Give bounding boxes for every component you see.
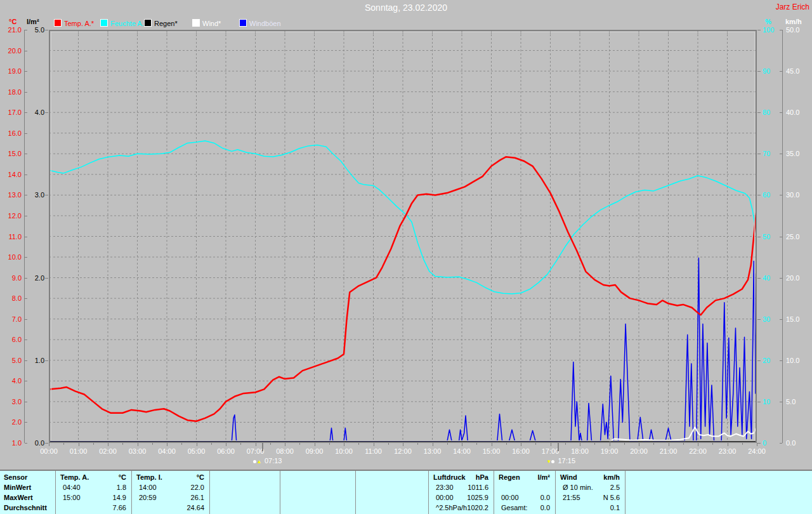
tick-mark [558, 443, 559, 451]
tick-mark [93, 443, 94, 445]
tick-mark [25, 154, 27, 154]
tick-mark [45, 443, 48, 444]
tick-mark [521, 443, 521, 446]
tick-mark [757, 443, 761, 444]
stats-cell-value: 1011.6 [428, 483, 488, 492]
tick-mark [25, 319, 27, 320]
tick-mark [780, 195, 782, 195]
wind-axis-unit: km/h [785, 18, 802, 25]
wind-tick-label: 10.0 [786, 357, 805, 364]
series-windb-en [49, 258, 757, 442]
sunrise-time: 07:13 [265, 457, 282, 465]
tick-mark [197, 443, 197, 446]
wind-tick-label: 45.0 [786, 67, 805, 75]
series-wind [610, 426, 757, 442]
hour-tick-label: 20:00 [626, 447, 652, 455]
tick-mark [211, 443, 212, 445]
sunrise-sun-icon [253, 460, 256, 463]
tick-mark [25, 422, 27, 423]
wind-axis-line [782, 30, 783, 443]
humidity-tick-label: 90 [763, 67, 779, 75]
tick-mark [45, 112, 48, 113]
humidity-tick-label: 30 [763, 315, 779, 323]
stats-row-label: Durchschnitt [4, 503, 47, 512]
tick-mark [492, 443, 492, 446]
rain-tick-label: 3.0 [27, 191, 44, 199]
wind-tick-label: 5.0 [786, 398, 805, 405]
tick-mark [299, 443, 300, 445]
stats-cell-value: 2.5 [555, 483, 620, 492]
wind-tick-label: 20.0 [786, 274, 805, 282]
tick-mark [653, 443, 654, 445]
legend-swatch-icon [100, 19, 108, 27]
humidity-tick-label: 60 [763, 191, 779, 199]
sunrise-marker: ▲ 07:13 [253, 454, 282, 466]
sunset-arrow-icon: ▼ [546, 459, 551, 465]
tick-mark [780, 443, 782, 444]
tick-mark [757, 319, 761, 320]
temp-tick-label: 21.0 [4, 26, 22, 34]
legend-label: Windböen [249, 20, 281, 27]
hour-tick-label: 13:00 [420, 447, 445, 455]
tick-mark [780, 360, 782, 361]
tick-mark [374, 443, 374, 446]
legend-item-2: Regen* [144, 19, 178, 27]
weather-station-window: { "header": { "title": "Sonntag, 23.02.2… [0, 0, 812, 514]
tick-mark [757, 71, 761, 72]
humidity-tick-label: 80 [763, 109, 779, 116]
stats-col-unit: l/m² [494, 473, 550, 482]
tick-mark [757, 237, 761, 237]
stats-cell-value: 7.66 [55, 503, 126, 512]
stats-cell-value: 24.64 [131, 503, 204, 512]
hour-tick-label: 24:00 [744, 447, 769, 455]
tick-mark [122, 443, 123, 445]
tick-mark [757, 195, 761, 195]
tick-mark [79, 443, 79, 446]
tick-mark [757, 278, 761, 279]
tick-mark [669, 443, 669, 446]
temp-tick-label: 20.0 [4, 47, 22, 55]
tick-mark [226, 443, 226, 446]
rain-axis-unit: l/m² [27, 18, 39, 25]
tick-mark [780, 30, 782, 30]
stats-cell-value: 0.0 [494, 493, 550, 502]
table-divider [625, 471, 625, 514]
hour-tick-label: 12:00 [390, 447, 416, 455]
tick-mark [712, 443, 713, 445]
temp-tick-label: 2.0 [4, 418, 22, 426]
stats-cell-value: 22.0 [131, 483, 204, 492]
tick-mark [25, 71, 27, 72]
sunset-time: 17:15 [558, 457, 576, 465]
hour-tick-label: 19:00 [597, 447, 622, 455]
stats-row-label: MaxWert [4, 493, 33, 502]
hour-tick-label: 03:00 [125, 447, 150, 455]
humidity-tick-label: 20 [763, 357, 779, 364]
temp-tick-label: 15.0 [4, 150, 22, 157]
rain-tick-label: 5.0 [27, 26, 44, 34]
tick-mark [45, 195, 48, 195]
stats-cell-value: 1.8 [55, 483, 126, 492]
tick-mark [25, 257, 27, 258]
chart-plot-area [49, 30, 757, 443]
tick-mark [358, 443, 359, 445]
tick-mark [610, 443, 610, 446]
tick-mark [49, 443, 49, 446]
temp-tick-label: 10.0 [4, 253, 22, 261]
stats-row-label: Sensor [4, 473, 27, 482]
tick-mark [403, 443, 403, 446]
tick-mark [270, 443, 271, 445]
tick-mark [45, 360, 48, 361]
hour-tick-label: 01:00 [66, 447, 91, 455]
hour-tick-label: 06:00 [213, 447, 239, 455]
tick-mark [780, 154, 782, 154]
hour-tick-label: 10:00 [331, 447, 357, 455]
hour-tick-label: 11:00 [361, 447, 386, 455]
wind-tick-label: 30.0 [786, 191, 805, 199]
table-divider [209, 471, 210, 514]
temp-tick-label: 9.0 [4, 274, 22, 282]
tick-mark [25, 298, 27, 299]
tick-mark [757, 30, 761, 30]
tick-mark [757, 360, 761, 361]
humidity-tick-label: 10 [763, 398, 779, 405]
stats-cell-value: 0.0 [494, 503, 550, 512]
